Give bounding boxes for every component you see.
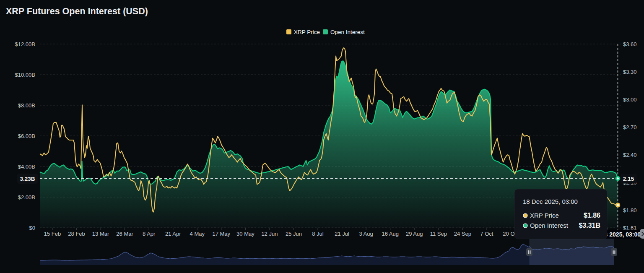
svg-text:$3.30: $3.30 (623, 69, 637, 75)
svg-text:$8.00B: $8.00B (18, 102, 35, 109)
svg-text:3 Aug: 3 Aug (359, 231, 373, 237)
svg-text:17 May: 17 May (212, 231, 230, 237)
svg-text:28 Feb: 28 Feb (68, 231, 85, 237)
svg-text:7 Oct: 7 Oct (480, 231, 493, 237)
svg-text:8 Apr: 8 Apr (143, 231, 156, 237)
svg-text:29 Aug: 29 Aug (406, 231, 423, 237)
svg-text:3.23B: 3.23B (20, 176, 35, 182)
svg-text:$6.00B: $6.00B (18, 133, 35, 139)
svg-text:$3.00: $3.00 (623, 96, 637, 103)
svg-text:$3.31B: $3.31B (579, 222, 600, 229)
svg-text:24 Sep: 24 Sep (454, 231, 471, 237)
svg-text:21 Apr: 21 Apr (165, 231, 181, 237)
svg-text:XRP Price: XRP Price (530, 212, 559, 219)
svg-text:$4.00B: $4.00B (18, 164, 35, 170)
svg-text:13 Mar: 13 Mar (92, 231, 109, 237)
svg-text:30 May: 30 May (236, 231, 254, 237)
svg-text:$2.70: $2.70 (623, 124, 637, 130)
svg-text:$1.80: $1.80 (623, 207, 637, 213)
svg-text:$3.60: $3.60 (623, 41, 637, 47)
svg-text:Open Interest: Open Interest (530, 222, 569, 229)
svg-text:4 May: 4 May (190, 231, 205, 237)
svg-text:$12.00B: $12.00B (15, 41, 35, 47)
svg-text:$10.00B: $10.00B (15, 72, 35, 78)
svg-text:8 Jul: 8 Jul (312, 231, 324, 237)
svg-text:$2.40: $2.40 (623, 152, 637, 158)
svg-text:12 Jun: 12 Jun (261, 231, 278, 237)
svg-text:$0: $0 (29, 225, 35, 231)
svg-text:18 Dec 2025, 03:00: 18 Dec 2025, 03:00 (523, 198, 578, 205)
svg-text:XRP Price: XRP Price (294, 29, 320, 35)
svg-text:Open Interest: Open Interest (330, 29, 365, 35)
svg-text:2.15: 2.15 (623, 176, 634, 182)
svg-text:15 Feb: 15 Feb (44, 231, 61, 237)
svg-text:11 Sep: 11 Sep (430, 231, 447, 237)
svg-text:$2.00B: $2.00B (18, 194, 35, 200)
svg-text:26 Mar: 26 Mar (116, 231, 133, 237)
svg-text:21 Jul: 21 Jul (335, 231, 349, 237)
svg-text:$1.86: $1.86 (584, 212, 600, 219)
svg-text:25 Jun: 25 Jun (286, 231, 302, 237)
svg-text:16 Aug: 16 Aug (382, 231, 399, 237)
svg-text:XRP Futures Open Interest (USD: XRP Futures Open Interest (USD) (6, 6, 148, 16)
